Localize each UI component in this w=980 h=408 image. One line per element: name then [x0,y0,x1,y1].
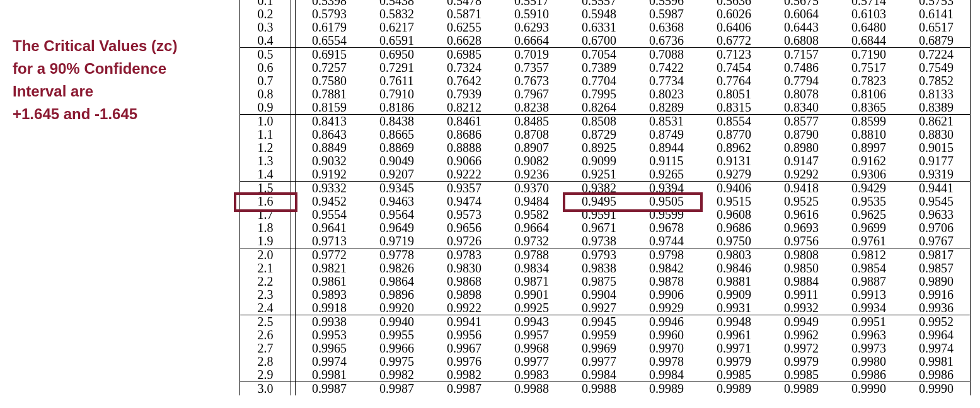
z-value-cell: 0.8962 [700,141,768,154]
z-value-cell: 0.9952 [902,315,971,329]
z-value-cell: 0.8849 [296,141,364,154]
z-value-cell: 0.9934 [835,301,902,315]
z-value-cell: 0.9394 [633,182,700,195]
z-value-cell: 0.8264 [565,101,633,115]
z-value-cell: 0.8023 [633,88,700,101]
z-value-cell: 0.9898 [430,288,498,301]
z-value-cell: 0.6844 [835,34,902,48]
z-value-cell: 0.9834 [498,262,565,275]
z-value-cell: 0.9082 [498,154,565,168]
z-value-cell: 0.6217 [363,21,430,34]
z-value-cell: 0.9463 [363,195,430,208]
z-value-cell: 0.9987 [430,382,498,396]
z-value-cell: 0.9966 [363,342,430,355]
z-value-cell: 0.7190 [835,48,902,62]
z-value-cell: 0.7794 [768,74,835,88]
z-row-label: 1.2 [240,141,291,154]
z-value-cell: 0.7422 [633,61,700,74]
z-value-cell: 0.9535 [835,195,902,208]
z-value-cell: 0.7852 [902,74,971,88]
z-value-cell: 0.9920 [363,301,430,315]
z-value-cell: 0.9406 [700,182,768,195]
z-value-cell: 0.7088 [633,48,700,62]
z-value-cell: 0.6664 [498,34,565,48]
note-line: for a 90% Confidence [13,57,208,80]
z-value-cell: 0.9608 [700,208,768,221]
z-value-cell: 0.9890 [902,275,971,288]
z-row-label: 3.0 [240,382,291,396]
z-value-cell: 0.8888 [430,141,498,154]
z-value-cell: 0.9965 [296,342,364,355]
z-value-cell: 0.5987 [633,8,700,21]
z-value-cell: 0.9452 [296,195,364,208]
z-value-cell: 0.9985 [700,368,768,382]
z-value-cell: 0.9693 [768,221,835,235]
z-value-cell: 0.9864 [363,275,430,288]
z-value-cell: 0.9982 [363,368,430,382]
z-value-cell: 0.9968 [498,342,565,355]
z-value-cell: 0.9972 [768,342,835,355]
z-value-cell: 0.8770 [700,128,768,141]
z-value-cell: 0.9292 [768,168,835,182]
z-value-cell: 0.9982 [430,368,498,382]
z-value-cell: 0.9429 [835,182,902,195]
z-value-cell: 0.7823 [835,74,902,88]
z-value-cell: 0.9916 [902,288,971,301]
z-value-cell: 0.9887 [835,275,902,288]
z-value-cell: 0.6591 [363,34,430,48]
z-row-label: 1.8 [240,221,291,235]
z-value-cell: 0.9616 [768,208,835,221]
z-value-cell: 0.8340 [768,101,835,115]
z-value-cell: 0.9884 [768,275,835,288]
z-value-cell: 0.8944 [633,141,700,154]
z-value-cell: 0.6480 [835,21,902,34]
z-value-cell: 0.5948 [565,8,633,21]
z-value-cell: 0.9979 [700,355,768,368]
z-value-cell: 0.9625 [835,208,902,221]
z-value-cell: 0.9936 [902,301,971,315]
z-value-cell: 0.9846 [700,262,768,275]
z-value-cell: 0.8212 [430,101,498,115]
column-divider [291,141,296,154]
z-row-label: 1.4 [240,168,291,182]
z-value-cell: 0.9949 [768,315,835,329]
z-value-cell: 0.9962 [768,329,835,342]
z-row-label: 0.4 [240,34,291,48]
z-value-cell: 0.9772 [296,248,364,262]
z-value-cell: 0.9987 [296,382,364,396]
z-value-cell: 0.9207 [363,168,430,182]
z-value-cell: 0.7486 [768,61,835,74]
column-divider [291,301,296,315]
z-value-cell: 0.9573 [430,208,498,221]
z-row-label: 1.6 [240,195,291,208]
z-row-label: 2.8 [240,355,291,368]
z-value-cell: 0.7389 [565,61,633,74]
z-value-cell: 0.8186 [363,101,430,115]
z-value-cell: 0.7291 [363,61,430,74]
z-value-cell: 0.9826 [363,262,430,275]
z-row-label: 2.2 [240,275,291,288]
z-row-label: 2.9 [240,368,291,382]
column-divider [291,101,296,115]
column-divider [291,21,296,34]
z-value-cell: 0.9986 [902,368,971,382]
z-value-cell: 0.8665 [363,128,430,141]
z-value-cell: 0.9251 [565,168,633,182]
z-value-cell: 0.9988 [498,382,565,396]
z-row-label: 0.8 [240,88,291,101]
z-value-cell: 0.8413 [296,115,364,129]
z-value-cell: 0.9591 [565,208,633,221]
z-value-cell: 0.9990 [835,382,902,396]
z-value-cell: 0.9906 [633,288,700,301]
z-value-cell: 0.9932 [768,301,835,315]
z-value-cell: 0.9686 [700,221,768,235]
z-row-label: 0.9 [240,101,291,115]
z-value-cell: 0.9788 [498,248,565,262]
z-value-cell: 0.8078 [768,88,835,101]
z-value-cell: 0.8749 [633,128,700,141]
z-value-cell: 0.6736 [633,34,700,48]
z-value-cell: 0.9963 [835,329,902,342]
z-value-cell: 0.9066 [430,154,498,168]
z-row-label: 0.7 [240,74,291,88]
z-value-cell: 0.8365 [835,101,902,115]
